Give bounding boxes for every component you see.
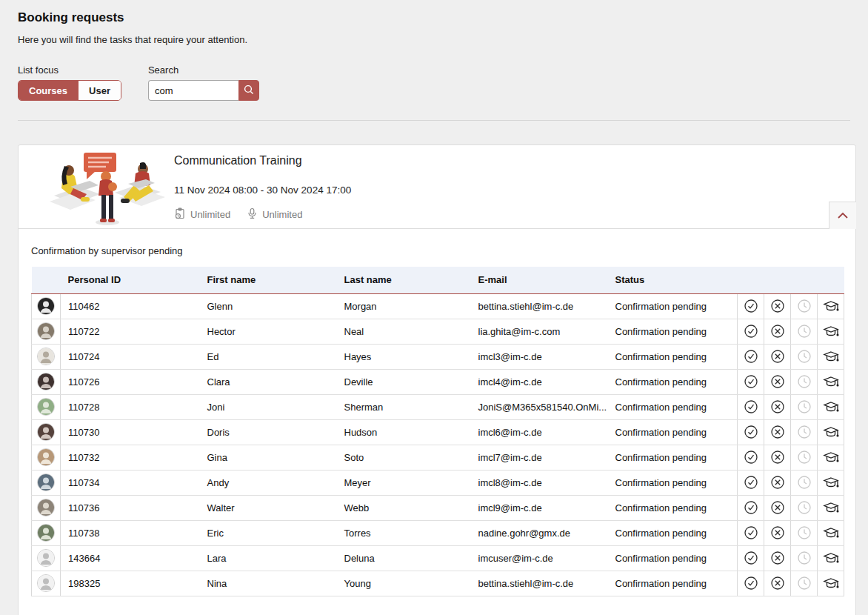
waitlist-button[interactable] [797,549,812,568]
graduation-cap-button[interactable] [823,373,839,391]
graduation-cap-button[interactable] [823,348,839,366]
decline-action-cell[interactable] [764,520,791,545]
waitlist-action-cell[interactable] [791,445,818,470]
toggle-courses-button[interactable]: Courses [19,81,78,100]
decline-button[interactable] [770,348,785,366]
course-details-action-cell[interactable] [818,520,844,545]
approve-button[interactable] [744,473,758,492]
waitlist-action-cell[interactable] [791,394,818,419]
decline-action-cell[interactable] [764,369,791,394]
graduation-cap-button[interactable] [823,423,839,442]
approve-action-cell[interactable] [738,394,764,419]
approve-button[interactable] [744,423,758,442]
waitlist-action-cell[interactable] [791,545,818,571]
approve-action-cell[interactable] [738,571,764,596]
waitlist-button[interactable] [797,423,812,442]
waitlist-button[interactable] [797,297,812,316]
course-details-action-cell[interactable] [818,545,844,571]
waitlist-button[interactable] [797,524,812,542]
graduation-cap-button[interactable] [823,549,839,568]
decline-action-cell[interactable] [764,470,791,495]
course-details-action-cell[interactable] [818,369,844,394]
approve-button[interactable] [744,348,758,366]
decline-button[interactable] [770,297,785,316]
approve-action-cell[interactable] [738,545,764,571]
graduation-cap-button[interactable] [823,322,839,341]
decline-button[interactable] [770,423,785,442]
waitlist-button[interactable] [797,473,812,492]
decline-action-cell[interactable] [764,319,791,344]
decline-button[interactable] [770,574,785,593]
decline-button[interactable] [770,373,785,391]
course-details-action-cell[interactable] [818,470,844,495]
waitlist-action-cell[interactable] [791,369,818,394]
decline-action-cell[interactable] [764,545,791,571]
collapse-course-button[interactable] [829,202,856,229]
approve-action-cell[interactable] [738,293,764,319]
course-details-action-cell[interactable] [818,445,844,470]
waitlist-action-cell[interactable] [791,571,818,596]
course-details-action-cell[interactable] [818,319,844,344]
approve-button[interactable] [744,322,758,341]
waitlist-action-cell[interactable] [791,419,818,445]
approve-action-cell[interactable] [738,520,764,545]
approve-button[interactable] [744,499,758,517]
search-input[interactable] [148,80,238,101]
course-details-action-cell[interactable] [818,495,844,520]
decline-action-cell[interactable] [764,571,791,596]
approve-action-cell[interactable] [738,344,764,369]
decline-button[interactable] [770,322,785,341]
approve-action-cell[interactable] [738,445,764,470]
approve-button[interactable] [744,448,758,467]
waitlist-button[interactable] [797,348,812,366]
approve-action-cell[interactable] [738,495,764,520]
decline-button[interactable] [770,473,785,492]
waitlist-button[interactable] [797,398,812,416]
waitlist-button[interactable] [797,448,812,467]
graduation-cap-button[interactable] [823,574,839,593]
approve-button[interactable] [744,398,758,416]
toggle-user-button[interactable]: User [78,81,121,100]
decline-action-cell[interactable] [764,344,791,369]
graduation-cap-button[interactable] [823,499,839,517]
course-details-action-cell[interactable] [818,571,844,596]
waitlist-button[interactable] [797,499,812,517]
course-details-action-cell[interactable] [818,293,844,319]
waitlist-action-cell[interactable] [791,293,818,319]
waitlist-action-cell[interactable] [791,319,818,344]
approve-button[interactable] [744,524,758,542]
graduation-cap-button[interactable] [823,524,839,542]
approve-button[interactable] [744,574,758,593]
approve-action-cell[interactable] [738,419,764,445]
waitlist-button[interactable] [797,373,812,391]
decline-action-cell[interactable] [764,495,791,520]
decline-button[interactable] [770,398,785,416]
waitlist-button[interactable] [797,574,812,593]
course-details-action-cell[interactable] [818,419,844,445]
course-details-action-cell[interactable] [818,344,844,369]
approve-button[interactable] [744,297,758,316]
waitlist-action-cell[interactable] [791,520,818,545]
graduation-cap-button[interactable] [823,473,839,492]
waitlist-action-cell[interactable] [791,495,818,520]
approve-action-cell[interactable] [738,369,764,394]
search-button[interactable] [238,80,259,101]
course-details-action-cell[interactable] [818,394,844,419]
approve-action-cell[interactable] [738,470,764,495]
decline-action-cell[interactable] [764,293,791,319]
graduation-cap-button[interactable] [823,398,839,416]
graduation-cap-button[interactable] [823,297,839,316]
approve-action-cell[interactable] [738,319,764,344]
decline-button[interactable] [770,524,785,542]
decline-action-cell[interactable] [764,419,791,445]
waitlist-action-cell[interactable] [791,470,818,495]
decline-button[interactable] [770,549,785,568]
waitlist-action-cell[interactable] [791,344,818,369]
approve-button[interactable] [744,549,758,568]
graduation-cap-button[interactable] [823,448,839,467]
approve-button[interactable] [744,373,758,391]
decline-action-cell[interactable] [764,394,791,419]
decline-button[interactable] [770,448,785,467]
decline-action-cell[interactable] [764,445,791,470]
decline-button[interactable] [770,499,785,517]
